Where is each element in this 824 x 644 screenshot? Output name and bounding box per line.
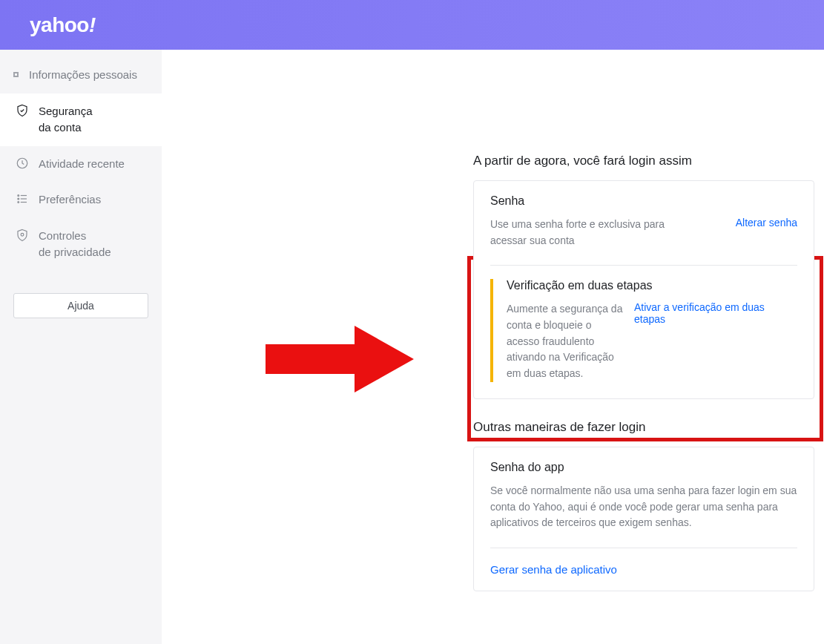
enable-two-step-link[interactable]: Ativar a verificação em duas etapas xyxy=(634,301,797,325)
app-password-card: Senha do app Se você normalmente não usa… xyxy=(473,447,814,591)
two-step-title: Verificação em duas etapas xyxy=(507,279,797,292)
sidebar: Informações pessoais Segurança da conta … xyxy=(0,50,162,644)
password-desc: Use uma senha forte e exclusiva para ace… xyxy=(490,217,683,249)
top-header: yahoo! xyxy=(0,0,824,50)
logo-text: yahoo xyxy=(30,13,89,36)
login-section-heading: A partir de agora, você fará login assim xyxy=(473,154,814,168)
two-step-desc: Aumente a segurança da conta e bloqueie … xyxy=(507,301,625,381)
help-button-label: Ajuda xyxy=(67,300,94,312)
password-section: Senha Use uma senha forte e exclusiva pa… xyxy=(474,181,814,265)
sidebar-item-label: Preferências xyxy=(39,191,148,208)
change-password-link[interactable]: Alterar senha xyxy=(736,217,797,229)
red-arrow-annotation xyxy=(266,322,414,396)
clock-icon xyxy=(13,157,31,170)
sidebar-item-security[interactable]: Segurança da conta xyxy=(0,93,162,146)
app-password-desc: Se você normalmente não usa uma senha pa… xyxy=(490,483,797,531)
logo-bang: ! xyxy=(89,13,96,36)
svg-point-1 xyxy=(18,195,19,197)
main-content: A partir de agora, você fará login assim… xyxy=(162,50,824,644)
svg-point-2 xyxy=(18,198,19,200)
sidebar-item-privacy-controls[interactable]: Controles de privacidade xyxy=(0,218,162,271)
other-ways-heading: Outras maneiras de fazer login xyxy=(473,420,814,435)
shield-gear-icon xyxy=(13,229,31,242)
svg-point-3 xyxy=(18,202,19,203)
password-title: Senha xyxy=(490,194,797,208)
sidebar-item-label: Controles de privacidade xyxy=(39,228,148,261)
login-methods-card: Senha Use uma senha forte e exclusiva pa… xyxy=(473,180,814,399)
help-button[interactable]: Ajuda xyxy=(13,293,148,318)
sidebar-item-label: Atividade recente xyxy=(39,156,148,173)
list-icon xyxy=(13,192,31,206)
sidebar-item-personal-info[interactable]: Informações pessoais xyxy=(0,57,162,93)
generate-app-password-link[interactable]: Gerar senha de aplicativo xyxy=(474,548,814,591)
sidebar-item-label: Informações pessoais xyxy=(29,67,148,84)
sidebar-item-preferences[interactable]: Preferências xyxy=(0,182,162,218)
shield-icon xyxy=(13,104,31,117)
svg-marker-5 xyxy=(266,326,414,392)
sidebar-item-recent-activity[interactable]: Atividade recente xyxy=(0,146,162,183)
app-password-section: Senha do app Se você normalmente não usa… xyxy=(474,447,814,548)
two-step-section: Verificação em duas etapas Aumente a seg… xyxy=(490,265,797,398)
square-icon xyxy=(13,72,19,77)
sidebar-item-label: Segurança da conta xyxy=(39,103,148,137)
svg-point-4 xyxy=(21,233,24,236)
app-password-title: Senha do app xyxy=(490,461,797,474)
yahoo-logo[interactable]: yahoo! xyxy=(30,13,96,37)
